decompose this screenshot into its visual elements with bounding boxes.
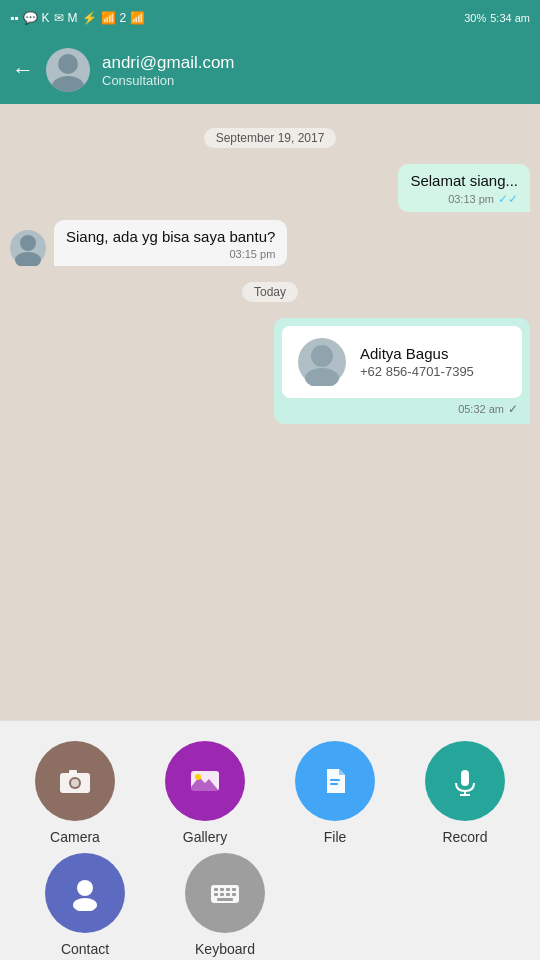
status-bar-right: 30% 5:34 am: [464, 12, 530, 24]
svg-rect-23: [226, 888, 230, 891]
msg-out-time: 03:13 pm: [448, 193, 494, 205]
msg-contact-bubble: Aditya Bagus +62 856-4701-7395 05:32 am …: [274, 318, 530, 424]
file-label: File: [324, 829, 347, 845]
msg-contact-wrap: Aditya Bagus +62 856-4701-7395 05:32 am …: [10, 318, 530, 424]
gallery-label: Gallery: [183, 829, 227, 845]
contact-label: Contact: [61, 941, 109, 957]
msg-contact-time: 05:32 am: [458, 403, 504, 415]
svg-point-1: [52, 76, 84, 92]
svg-rect-24: [232, 888, 236, 891]
back-button[interactable]: ←: [12, 57, 34, 83]
contact-card-phone: +62 856-4701-7395: [360, 364, 474, 379]
contact-action[interactable]: Contact: [30, 853, 140, 957]
file-action[interactable]: File: [280, 741, 390, 845]
m-icon: M: [68, 11, 78, 25]
svg-rect-27: [226, 893, 230, 896]
contact-name: andri@gmail.com: [102, 53, 528, 73]
svg-point-0: [58, 54, 78, 74]
svg-rect-9: [69, 770, 77, 774]
bluetooth-icon: ⚡: [82, 11, 97, 25]
action-bar: Camera Gallery File: [0, 720, 540, 960]
gallery-circle: [165, 741, 245, 821]
keyboard-action[interactable]: Keyboard: [170, 853, 280, 957]
msg-in-meta: 03:15 pm: [66, 248, 275, 260]
svg-rect-26: [220, 893, 224, 896]
action-row-1: Camera Gallery File: [10, 741, 530, 845]
svg-point-8: [71, 779, 79, 787]
keyboard-circle: [185, 853, 265, 933]
svg-rect-22: [220, 888, 224, 891]
contact-avatar: [46, 48, 90, 92]
msg-out-ticks: ✓✓: [498, 192, 518, 206]
k-icon: K: [42, 11, 50, 25]
camera-label: Camera: [50, 829, 100, 845]
keyboard-label: Keyboard: [195, 941, 255, 957]
camera-action[interactable]: Camera: [20, 741, 130, 845]
record-circle: [425, 741, 505, 821]
svg-point-5: [305, 368, 339, 386]
svg-point-2: [20, 235, 36, 251]
status-bar: ▪▪ 💬 K ✉ M ⚡ 📶 2 📶 30% 5:34 am: [0, 0, 540, 36]
svg-rect-21: [214, 888, 218, 891]
msg-in-time: 03:15 pm: [229, 248, 275, 260]
msg-out-bubble: Selamat siang... 03:13 pm ✓✓: [398, 164, 530, 212]
contact-status: Consultation: [102, 73, 528, 88]
contact-card-info: Aditya Bagus +62 856-4701-7395: [360, 345, 474, 379]
msg-contact-meta: 05:32 am ✓: [282, 402, 522, 416]
msg-in-wrap: Siang, ada yg bisa saya bantu? 03:15 pm: [10, 220, 530, 266]
svg-rect-13: [330, 779, 340, 781]
msg-in-bubble: Siang, ada yg bisa saya bantu? 03:15 pm: [54, 220, 287, 266]
sim-icon: 2: [120, 11, 127, 25]
msg-contact-tick: ✓: [508, 402, 518, 416]
phone-icon: ▪▪: [10, 11, 19, 25]
svg-point-18: [77, 880, 93, 896]
svg-rect-25: [214, 893, 218, 896]
file-circle: [295, 741, 375, 821]
contact-card-avatar: [298, 338, 346, 386]
svg-point-19: [73, 898, 97, 911]
contact-card: Aditya Bagus +62 856-4701-7395: [282, 326, 522, 398]
date-label-old: September 19, 2017: [204, 128, 337, 148]
svg-rect-28: [232, 893, 236, 896]
gallery-action[interactable]: Gallery: [150, 741, 260, 845]
msg-in-text: Siang, ada yg bisa saya bantu?: [66, 228, 275, 245]
record-action[interactable]: Record: [410, 741, 520, 845]
contact-circle: [45, 853, 125, 933]
msg-out-text: Selamat siang...: [410, 172, 518, 189]
status-bar-left: ▪▪ 💬 K ✉ M ⚡ 📶 2 📶: [10, 11, 145, 25]
svg-point-3: [15, 252, 41, 266]
header-info: andri@gmail.com Consultation: [102, 53, 528, 88]
action-row-2: Contact Keyboard: [10, 853, 530, 957]
mail-icon: ✉: [54, 11, 64, 25]
contact-card-name: Aditya Bagus: [360, 345, 474, 362]
camera-circle: [35, 741, 115, 821]
svg-rect-29: [217, 898, 233, 901]
svg-rect-14: [330, 783, 338, 785]
svg-point-12: [195, 774, 201, 780]
sender-avatar: [10, 230, 46, 266]
msg-out-meta: 03:13 pm ✓✓: [410, 192, 518, 206]
svg-rect-15: [461, 770, 469, 786]
battery-text: 30%: [464, 12, 486, 24]
wifi-icon: 📶: [101, 11, 116, 25]
signal-icon: 📶: [130, 11, 145, 25]
time-text: 5:34 am: [490, 12, 530, 24]
svg-point-4: [311, 345, 333, 367]
whatsapp-icon: 💬: [23, 11, 38, 25]
chat-area: September 19, 2017 Selamat siang... 03:1…: [0, 104, 540, 720]
record-label: Record: [442, 829, 487, 845]
chat-header: ← andri@gmail.com Consultation: [0, 36, 540, 104]
date-label-today: Today: [242, 282, 298, 302]
msg-out-wrap: Selamat siang... 03:13 pm ✓✓: [10, 164, 530, 212]
